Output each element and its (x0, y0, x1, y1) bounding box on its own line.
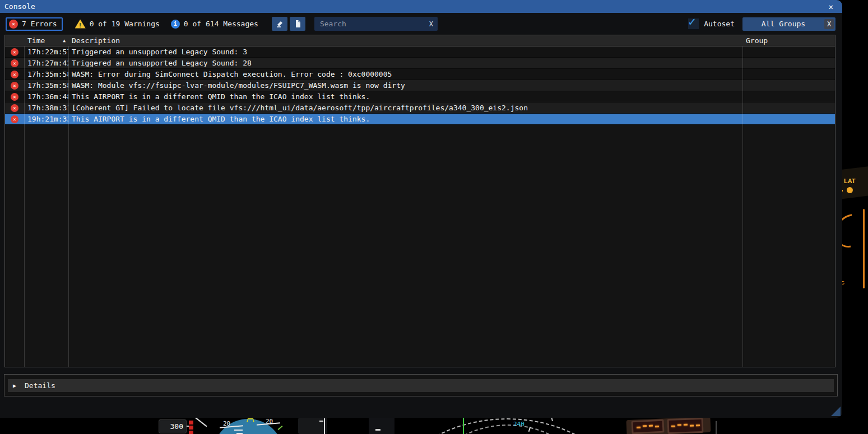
cell-description: This AIRPORT is in a different QMID than… (68, 92, 742, 101)
display-segment (643, 425, 647, 427)
radio-display (631, 419, 664, 434)
column-divider (24, 35, 25, 367)
info-icon: i (171, 20, 180, 29)
cockpit-gauge-needle (863, 209, 865, 288)
header-icon-column (5, 35, 24, 46)
search-input[interactable] (319, 19, 416, 29)
warnings-filter-button[interactable]: ! 0 of 19 Warnings (75, 20, 160, 29)
table-row[interactable]: ✕ 17h:36m:48s This AIRPORT is in a diffe… (5, 91, 835, 102)
details-expander-bar[interactable]: ▶ Details (8, 379, 834, 392)
expander-arrow-icon: ▶ (13, 382, 16, 389)
warning-icon: ! (75, 20, 86, 29)
cell-time: 17h:36m:48s (24, 92, 68, 101)
display-segment (655, 425, 659, 427)
cockpit-lat-label: LAT (844, 178, 856, 184)
table-row[interactable]: ✕ 17h:35m:58s WASM: Module vfs://fsuipc-… (5, 80, 835, 91)
speed-tape-red-mark (189, 426, 193, 430)
window-title: Console (4, 2, 35, 11)
search-box[interactable]: X (314, 17, 438, 31)
groups-dropdown[interactable]: All Groups X (742, 17, 835, 31)
bank-pointer (247, 418, 254, 422)
warnings-count-label: 0 of 19 Warnings (90, 20, 160, 28)
cell-description: Triggered an unsupported Legacy Sound: 3 (68, 48, 742, 56)
autoset-label: Autoset (704, 20, 735, 28)
eraser-icon (275, 20, 284, 29)
column-divider[interactable] (68, 35, 69, 367)
details-section: ▶ Details (4, 374, 838, 396)
airspeed-readout: 300 (159, 419, 187, 433)
header-description[interactable]: Description (68, 35, 742, 46)
errors-filter-button[interactable]: ✕ 7 Errors (6, 17, 63, 31)
cell-time: 17h:35m:58s (24, 81, 68, 90)
display-segment (683, 424, 687, 426)
instrument-tape (369, 418, 394, 434)
attitude-indicator: 20 20 (205, 418, 290, 434)
pitch-label: 20 (266, 418, 273, 425)
tape-tick (319, 421, 323, 422)
display-segment (677, 424, 681, 426)
cell-description: Triggered an unsupported Legacy Sound: 2… (68, 59, 742, 67)
cell-description: This AIRPORT is in a different QMID than… (68, 115, 742, 123)
groups-dropdown-label: All Groups (742, 20, 824, 28)
resize-grip[interactable] (831, 407, 841, 416)
log-table: Time ▲ Description Group ✕ 17h:22m:57s T… (4, 35, 835, 367)
table-header: Time ▲ Description Group (5, 35, 835, 46)
display-segment (649, 424, 653, 426)
error-icon: ✕ (11, 93, 18, 101)
error-icon: ✕ (9, 20, 18, 29)
autoset-checkbox[interactable]: ✓ (688, 18, 699, 30)
console-window: Console ✕ ✕ 7 Errors ! 0 of 19 Warnings … (0, 0, 842, 418)
error-icon: ✕ (11, 71, 18, 78)
table-row[interactable]: ✕ 17h:38m:31s [Coherent GT] Failed to lo… (5, 102, 835, 114)
error-icon: ✕ (11, 115, 18, 123)
header-group[interactable]: Group (742, 35, 835, 46)
clear-console-button[interactable] (272, 17, 287, 31)
cell-time: 19h:21m:33s (24, 115, 68, 123)
error-icon: ✕ (11, 48, 18, 56)
table-row[interactable]: ✕ 17h:22m:57s Triggered an unsupported L… (5, 46, 835, 58)
radio-display (667, 418, 704, 434)
checkmark-icon: ✓ (688, 15, 695, 29)
toolbar-right: ✓ Autoset All Groups X (688, 13, 835, 35)
table-row-selected[interactable]: ✕ 19h:21m:33s This AIRPORT is in a diffe… (5, 114, 835, 125)
pitch-label: 20 (223, 420, 230, 427)
cockpit-lat-dot (847, 187, 853, 193)
details-label: Details (25, 381, 55, 390)
column-divider[interactable] (742, 35, 743, 367)
tape-vertical-line (324, 418, 325, 434)
table-body: ✕ 17h:22m:57s Triggered an unsupported L… (5, 46, 835, 125)
cell-time: 17h:35m:58s (24, 70, 68, 78)
panel-divider-line (716, 421, 717, 434)
heading-label: 240 (513, 421, 524, 428)
header-time[interactable]: Time ▲ (24, 35, 68, 46)
error-icon: ✕ (11, 82, 18, 90)
error-icon: ✕ (11, 59, 18, 67)
display-segment (671, 426, 675, 427)
messages-filter-button[interactable]: i 0 of 614 Messages (171, 20, 258, 29)
errors-count-label: 7 Errors (22, 20, 57, 28)
search-clear-icon[interactable]: X (429, 20, 433, 28)
groups-clear-icon[interactable]: X (824, 19, 834, 29)
cell-description: WASM: Module vfs://fsuipc-lvar-module/mo… (68, 81, 742, 90)
table-row[interactable]: ✕ 17h:35m:58s WASM: Error during SimConn… (5, 69, 835, 80)
tape-dash (375, 429, 380, 431)
copy-icon (293, 20, 302, 29)
speed-tape-red-mark (189, 421, 193, 424)
compass-track-line (463, 418, 464, 434)
cell-time: 17h:27m:42s (24, 59, 68, 67)
close-icon[interactable]: ✕ (829, 2, 833, 11)
display-segment (689, 424, 693, 426)
cell-time: 17h:22m:57s (24, 48, 68, 56)
pitch-line (234, 430, 243, 431)
error-icon: ✕ (11, 104, 18, 112)
table-row[interactable]: ✕ 17h:27m:42s Triggered an unsupported L… (5, 58, 835, 69)
cell-time: 17h:38m:31s (24, 104, 68, 112)
display-segment (637, 426, 640, 428)
titlebar[interactable]: Console ✕ (0, 0, 842, 13)
speed-tape-red-mark (189, 431, 193, 434)
cell-description: WASM: Error during SimConnect Dispatch e… (68, 70, 742, 78)
display-segment (695, 424, 699, 426)
cell-description: [Coherent GT] Failed to locate file vfs:… (68, 104, 742, 112)
messages-count-label: 0 of 614 Messages (184, 20, 258, 28)
copy-button[interactable] (290, 17, 305, 31)
